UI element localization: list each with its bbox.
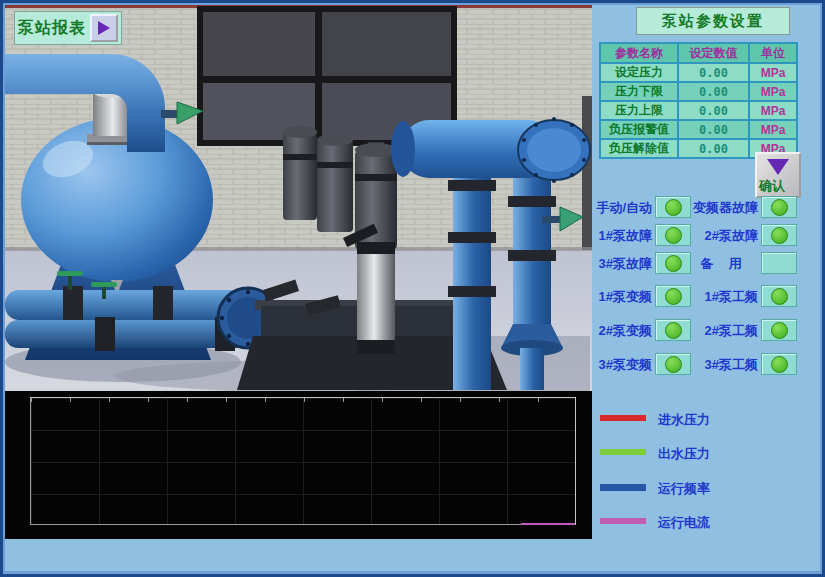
indicator-lamp-pump1-fault xyxy=(655,224,691,246)
lamp-green-icon xyxy=(665,288,682,305)
axis-ticks xyxy=(31,398,575,402)
play-triangle-icon xyxy=(98,21,110,35)
lamp-green-icon xyxy=(771,199,788,216)
trend-plot-area xyxy=(30,397,576,525)
indicator-lamp-pump1-vfd xyxy=(655,285,691,307)
param-value-input[interactable]: 0.00 xyxy=(678,63,749,82)
param-unit: MPa xyxy=(749,120,797,139)
report-button-label: 泵站报表 xyxy=(18,18,86,39)
column-header: 单位 xyxy=(749,43,797,63)
param-value-input[interactable]: 0.00 xyxy=(678,120,749,139)
indicator-lamp-vfd-fault xyxy=(761,196,797,218)
param-unit: MPa xyxy=(749,101,797,120)
lamp-green-icon xyxy=(771,356,788,373)
settings-panel-title: 泵站参数设置 xyxy=(636,7,790,35)
pump-station-3d-scene xyxy=(5,4,592,392)
indicator-label: 3#泵变频 xyxy=(578,356,652,374)
confirm-button[interactable]: 确认 xyxy=(755,152,801,198)
legend-label: 出水压力 xyxy=(658,445,710,463)
current-trend-line xyxy=(521,523,575,525)
lamp-green-icon xyxy=(771,288,788,305)
param-unit: MPa xyxy=(749,82,797,101)
legend-swatch-inlet xyxy=(600,415,646,421)
param-unit: MPa xyxy=(749,63,797,82)
indicator-label: 2#泵故障 xyxy=(690,227,758,245)
indicator-lamp-pump2-vfd xyxy=(655,319,691,341)
legend-label: 运行频率 xyxy=(658,480,710,498)
legend-label: 运行电流 xyxy=(658,514,710,532)
indicator-lamp-manual-auto xyxy=(655,196,691,218)
indicator-label: 变频器故障 xyxy=(690,199,758,217)
param-name: 负压报警值 xyxy=(600,120,678,139)
discharge-manifold xyxy=(391,117,590,183)
indicator-lamp-spare xyxy=(761,252,797,274)
pump-station-hmi-screen: 泵站报表 进水压力 0.00 MPa 输出功率 00.00 KW 变频器温度 0… xyxy=(0,0,825,577)
legend-label: 进水压力 xyxy=(658,411,710,429)
param-value-input[interactable]: 0.00 xyxy=(678,82,749,101)
param-value-input[interactable]: 0.00 xyxy=(678,101,749,120)
indicator-label: 3#泵故障 xyxy=(578,255,652,273)
legend-swatch-outlet xyxy=(600,449,646,455)
indicator-label: 1#泵工频 xyxy=(690,288,758,306)
indicator-lamp-pump3-vfd xyxy=(655,353,691,375)
param-name: 设定压力 xyxy=(600,63,678,82)
param-name: 压力上限 xyxy=(600,101,678,120)
column-header: 参数名称 xyxy=(600,43,678,63)
lamp-green-icon xyxy=(665,356,682,373)
indicator-label: 手动/自动 xyxy=(578,199,652,217)
param-name: 负压解除值 xyxy=(600,139,678,158)
indicator-label: 2#泵工频 xyxy=(690,322,758,340)
indicator-label: 2#泵变频 xyxy=(578,322,652,340)
param-name: 压力下限 xyxy=(600,82,678,101)
legend-swatch-current xyxy=(600,518,646,524)
indicator-label: 3#泵工频 xyxy=(690,356,758,374)
param-value-input[interactable]: 0.00 xyxy=(678,139,749,158)
triangle-down-icon xyxy=(767,159,789,175)
lamp-green-icon xyxy=(665,227,682,244)
report-nav-button[interactable] xyxy=(90,14,118,42)
indicator-label: 1#泵故障 xyxy=(578,227,652,245)
indicator-lamp-pump2-fault xyxy=(761,224,797,246)
lamp-green-icon xyxy=(665,255,682,272)
lamp-green-icon xyxy=(771,227,788,244)
indicator-lamp-pump2-mains xyxy=(761,319,797,341)
column-header: 设定数值 xyxy=(678,43,749,63)
indicator-lamp-pump3-fault xyxy=(655,252,691,274)
indicator-lamp-pump3-mains xyxy=(761,353,797,375)
indicator-lamp-pump1-mains xyxy=(761,285,797,307)
settings-table: 参数名称 设定数值 单位 设定压力 0.00 MPa 压力下限 0.00 MPa… xyxy=(599,42,798,159)
indicator-label: 备 用 xyxy=(690,255,758,273)
lamp-green-icon xyxy=(771,322,788,339)
legend-swatch-frequency xyxy=(600,484,646,491)
indicator-label: 1#泵变频 xyxy=(578,288,652,306)
lamp-green-icon xyxy=(665,199,682,216)
confirm-button-label: 确认 xyxy=(759,177,785,195)
report-button[interactable]: 泵站报表 xyxy=(14,11,122,45)
lamp-green-icon xyxy=(665,322,682,339)
trend-chart xyxy=(5,391,592,539)
